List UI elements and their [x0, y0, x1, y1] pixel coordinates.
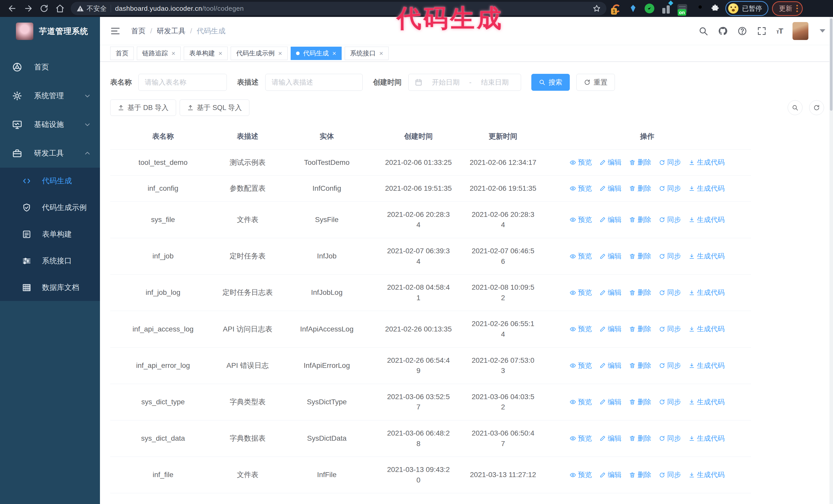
edit-link[interactable]: 编辑	[599, 215, 622, 225]
edit-link[interactable]: 编辑	[599, 324, 622, 334]
generate-code-link[interactable]: 生成代码	[689, 215, 724, 225]
github-icon[interactable]	[718, 26, 728, 36]
edit-link[interactable]: 编辑	[599, 433, 622, 443]
delete-link[interactable]: 删除	[629, 288, 651, 297]
table-name-input[interactable]	[145, 78, 220, 87]
sync-link[interactable]: 同步	[659, 433, 681, 443]
tab-close-icon[interactable]: ×	[379, 50, 383, 57]
tab-close-icon[interactable]: ×	[171, 50, 175, 57]
generate-code-link[interactable]: 生成代码	[689, 288, 724, 297]
delete-link[interactable]: 删除	[629, 215, 651, 225]
fullscreen-icon[interactable]	[757, 26, 767, 36]
generate-code-link[interactable]: 生成代码	[689, 470, 724, 480]
browser-menu-icon[interactable]	[796, 5, 798, 12]
help-icon[interactable]	[737, 26, 747, 36]
logo-row[interactable]: 芋道管理系统	[0, 17, 100, 46]
breadcrumb-home[interactable]: 首页	[131, 26, 146, 36]
profile-paused-pill[interactable]: 已暂停	[725, 1, 768, 16]
tab-5[interactable]: 系统接口 ×	[345, 47, 388, 60]
preview-link[interactable]: 预览	[570, 215, 592, 225]
preview-link[interactable]: 预览	[570, 251, 592, 261]
generate-code-link[interactable]: 生成代码	[689, 361, 724, 371]
user-avatar[interactable]	[792, 22, 808, 40]
tab-2[interactable]: 表单构建 ×	[184, 47, 228, 60]
delete-link[interactable]: 删除	[629, 361, 651, 371]
preview-link[interactable]: 预览	[570, 470, 592, 480]
sync-link[interactable]: 同步	[659, 158, 681, 167]
submenu-item-4[interactable]: 数据库文档	[0, 274, 100, 301]
delete-link[interactable]: 删除	[629, 433, 651, 443]
preview-link[interactable]: 预览	[570, 397, 592, 407]
not-secure-warning-icon[interactable]	[76, 5, 84, 12]
sidebar-item-0[interactable]: 首页	[0, 53, 100, 81]
browser-update-button[interactable]: 更新	[772, 1, 803, 16]
sync-link[interactable]: 同步	[659, 215, 681, 225]
delete-link[interactable]: 删除	[629, 470, 651, 480]
submenu-item-3[interactable]: 系统接口	[0, 248, 100, 274]
blue-gem-icon[interactable]	[628, 3, 638, 14]
sidebar-item-1[interactable]: 系统管理	[0, 81, 100, 110]
preview-link[interactable]: 预览	[570, 433, 592, 443]
generate-code-link[interactable]: 生成代码	[689, 397, 724, 407]
tab-close-icon[interactable]: ×	[332, 50, 336, 57]
sync-link[interactable]: 同步	[659, 251, 681, 261]
sidebar-item-3[interactable]: 研发工具	[0, 139, 100, 168]
toggle-search-button[interactable]	[788, 100, 803, 115]
forward-icon[interactable]	[24, 4, 33, 13]
sync-link[interactable]: 同步	[659, 397, 681, 407]
edit-link[interactable]: 编辑	[599, 361, 622, 371]
generate-code-link[interactable]: 生成代码	[689, 433, 724, 443]
tab-close-icon[interactable]: ×	[218, 50, 222, 57]
date-range-picker[interactable]: 开始日期 - 结束日期	[408, 74, 521, 91]
tab-close-icon[interactable]: ×	[278, 50, 282, 57]
submenu-item-0[interactable]: 代码生成	[0, 168, 100, 194]
delete-link[interactable]: 删除	[629, 324, 651, 334]
reload-icon[interactable]	[40, 4, 49, 13]
tab-3[interactable]: 代码生成示例 ×	[231, 47, 287, 60]
generate-code-link[interactable]: 生成代码	[689, 184, 724, 194]
search-icon[interactable]	[698, 26, 708, 36]
orange-ring-icon[interactable]: 1	[612, 3, 622, 14]
edit-link[interactable]: 编辑	[599, 184, 622, 194]
address-bar[interactable]: 不安全 dashboard.yudao.iocoder.cn/tool/code…	[71, 2, 606, 15]
preview-link[interactable]: 预览	[570, 288, 592, 297]
edit-link[interactable]: 编辑	[599, 288, 622, 297]
sidebar-item-2[interactable]: 基础设施	[0, 110, 100, 139]
sync-link[interactable]: 同步	[659, 288, 681, 297]
puzzle-extensions-icon[interactable]	[710, 3, 720, 14]
edit-link[interactable]: 编辑	[599, 158, 622, 167]
dark-on-icon[interactable]: on	[677, 3, 687, 14]
submenu-item-2[interactable]: 表单构建	[0, 221, 100, 248]
preview-link[interactable]: 预览	[570, 361, 592, 371]
generate-code-link[interactable]: 生成代码	[689, 158, 724, 167]
sync-link[interactable]: 同步	[659, 184, 681, 194]
refresh-table-button[interactable]	[809, 100, 824, 115]
delete-link[interactable]: 删除	[629, 158, 651, 167]
delete-link[interactable]: 删除	[629, 397, 651, 407]
preview-link[interactable]: 预览	[570, 324, 592, 334]
import-sql-button[interactable]: 基于 SQL 导入	[180, 99, 249, 116]
green-check-icon[interactable]	[644, 3, 654, 14]
scrollbar-thumb[interactable]	[830, 19, 832, 111]
hamburger-icon[interactable]	[110, 26, 120, 36]
sync-link[interactable]: 同步	[659, 361, 681, 371]
preview-link[interactable]: 预览	[570, 158, 592, 167]
reset-button[interactable]: 重置	[576, 74, 615, 91]
edit-link[interactable]: 编辑	[599, 470, 622, 480]
edit-link[interactable]: 编辑	[599, 397, 622, 407]
green-key-icon[interactable]	[694, 3, 704, 14]
delete-link[interactable]: 删除	[629, 184, 651, 194]
submenu-item-1[interactable]: 代码生成示例	[0, 194, 100, 221]
search-button[interactable]: 搜索	[531, 74, 570, 91]
tab-4[interactable]: 代码生成 ×	[291, 47, 342, 60]
breadcrumb-dev-tools[interactable]: 研发工具	[157, 26, 186, 36]
delete-link[interactable]: 删除	[629, 251, 651, 261]
table-desc-input[interactable]	[272, 78, 356, 87]
bookmark-star-icon[interactable]	[593, 4, 601, 13]
font-size-icon[interactable]: тT	[776, 27, 783, 35]
back-icon[interactable]	[8, 4, 17, 13]
generate-code-link[interactable]: 生成代码	[689, 251, 724, 261]
sync-link[interactable]: 同步	[659, 324, 681, 334]
avatar-dropdown-caret-icon[interactable]	[820, 29, 825, 32]
sync-link[interactable]: 同步	[659, 470, 681, 480]
